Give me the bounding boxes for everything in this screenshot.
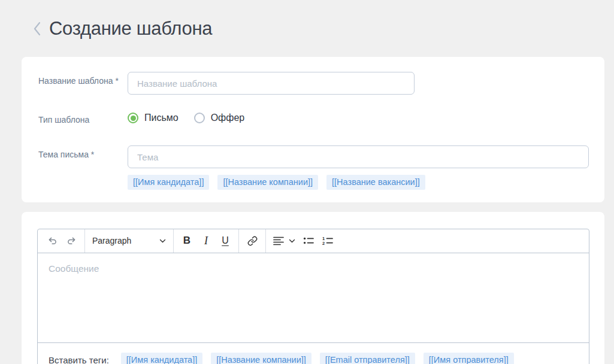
- toolbar-separator: [238, 229, 239, 253]
- paragraph-style-label: Paragraph: [92, 236, 155, 245]
- bulleted-list-icon: [303, 236, 314, 245]
- bold-button[interactable]: B: [177, 229, 196, 253]
- editor-toolbar: Paragraph B I U: [38, 229, 589, 253]
- toolbar-separator: [84, 229, 85, 253]
- subject-tag-company-name[interactable]: [[Название компании]]: [217, 175, 318, 190]
- link-button[interactable]: [243, 229, 262, 253]
- underline-button[interactable]: U: [216, 229, 235, 253]
- subject-tags-row: [[Имя кандидата]] [[Название компании]] …: [128, 175, 589, 190]
- subject-tag-vacancy-name[interactable]: [[Название вакансии]]: [326, 175, 425, 190]
- subject-row: Тема письма * [[Имя кандидата]] [[Назван…: [38, 145, 589, 190]
- back-button[interactable]: [29, 20, 44, 38]
- subject-label: Тема письма *: [38, 145, 128, 160]
- subject-field-group: [[Имя кандидата]] [[Название компании]] …: [128, 145, 589, 190]
- template-name-input[interactable]: [128, 72, 415, 95]
- page-header: Создание шаблона: [0, 0, 614, 43]
- bulleted-list-button[interactable]: [299, 229, 318, 253]
- numbered-list-icon: 1 2: [322, 236, 333, 245]
- toolbar-separator: [173, 229, 174, 253]
- radio-unselected-icon: [194, 113, 205, 123]
- insert-tags-label: Вставить теги:: [49, 355, 109, 364]
- link-icon: [247, 236, 258, 246]
- insert-tag-sender-name[interactable]: [[Имя отправителя]]: [424, 353, 514, 364]
- radio-option-letter-label: Письмо: [144, 113, 179, 123]
- toolbar-separator: [265, 229, 266, 253]
- template-form-card: Название шаблона * Тип шаблона Письмо Оф…: [22, 57, 604, 202]
- numbered-list-button[interactable]: 1 2: [318, 229, 337, 253]
- template-type-label: Тип шаблона: [38, 111, 128, 125]
- page-title: Создание шаблона: [49, 18, 212, 40]
- radio-option-letter[interactable]: Письмо: [128, 113, 179, 123]
- insert-tag-candidate-name[interactable]: [[Имя кандидата]]: [121, 353, 202, 364]
- redo-icon: [66, 236, 77, 245]
- radio-option-offer[interactable]: Оффер: [194, 113, 245, 123]
- svg-text:2: 2: [322, 241, 325, 245]
- message-editor-card: Paragraph B I U: [22, 212, 604, 364]
- chevron-left-icon: [32, 21, 41, 37]
- align-text-icon: [273, 236, 284, 245]
- subject-input[interactable]: [128, 145, 589, 168]
- radio-option-offer-label: Оффер: [211, 113, 245, 123]
- paragraph-style-dropdown[interactable]: Paragraph: [89, 229, 170, 253]
- template-type-radio-group: Письмо Оффер: [128, 111, 244, 123]
- undo-button[interactable]: [43, 229, 62, 253]
- subject-tag-candidate-name[interactable]: [[Имя кандидата]]: [128, 175, 209, 190]
- undo-icon: [47, 236, 58, 245]
- italic-button[interactable]: I: [196, 229, 216, 253]
- template-name-row: Название шаблона *: [38, 72, 589, 95]
- template-type-row: Тип шаблона Письмо Оффер: [38, 111, 589, 125]
- template-name-label: Название шаблона *: [38, 72, 128, 86]
- text-alignment-dropdown[interactable]: [270, 229, 299, 253]
- redo-button[interactable]: [62, 229, 81, 253]
- message-placeholder: Сообщение: [49, 263, 99, 274]
- chevron-down-icon: [159, 239, 166, 243]
- rich-text-editor: Paragraph B I U: [37, 229, 589, 364]
- insert-tags-row: Вставить теги: [[Имя кандидата]] [[Назва…: [38, 343, 589, 364]
- radio-selected-icon: [128, 113, 138, 123]
- message-body-input[interactable]: Сообщение: [38, 253, 589, 343]
- insert-tag-sender-email[interactable]: [[Email отправителя]]: [320, 353, 415, 364]
- chevron-down-icon: [289, 239, 295, 243]
- insert-tag-company-name[interactable]: [[Название компании]]: [211, 353, 311, 364]
